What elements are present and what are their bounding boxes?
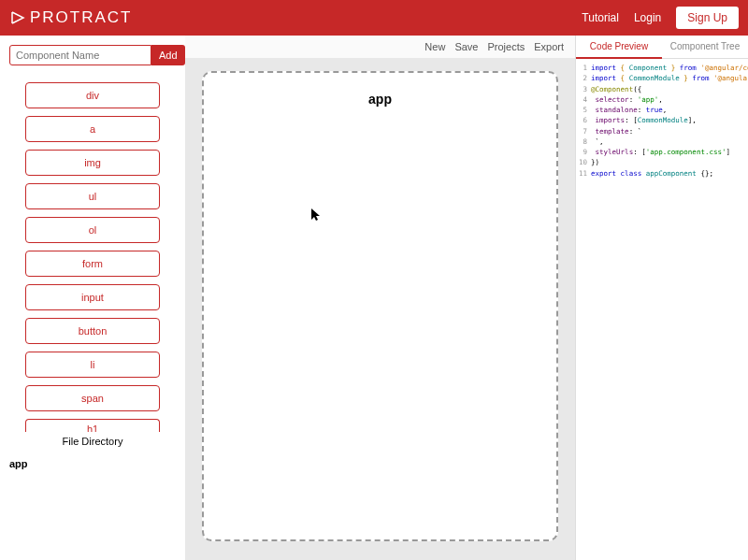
tab-component-tree[interactable]: Component Tree [662,36,748,59]
brand-text: PROTRACT [30,8,133,27]
new-button[interactable]: New [424,41,445,52]
element-a[interactable]: a [25,116,160,142]
element-form[interactable]: form [25,251,160,277]
add-button[interactable]: Add [151,45,185,65]
tab-code-preview[interactable]: Code Preview [576,36,662,59]
add-component-row: Add [9,45,176,65]
signup-button[interactable]: Sign Up [676,7,739,29]
code-preview: 1import { Component } from '@angular/cor… [576,59,748,182]
element-h1[interactable]: h1 [25,419,160,432]
code-line: 7 template: ` [578,126,746,136]
main-layout: Add div a img ul ol form input button li… [0,36,748,560]
right-panel: Code Preview Component Tree 1import { Co… [575,36,748,560]
code-line: 5 standalone: true, [578,105,746,115]
element-button[interactable]: button [25,318,160,344]
design-canvas[interactable]: app [202,71,558,541]
export-button[interactable]: Export [534,41,564,52]
app-header: PROTRACT Tutorial Login Sign Up [0,0,748,36]
canvas-wrapper: app [185,58,575,560]
element-ul[interactable]: ul [25,183,160,209]
element-span[interactable]: span [25,385,160,411]
code-line: 9 styleUrls: ['app.component.css'] [578,147,746,157]
cursor-icon [311,208,321,224]
element-input[interactable]: input [25,284,160,310]
element-ol[interactable]: ol [25,217,160,243]
canvas-toolbar: New Save Projects Export [185,36,575,58]
element-palette: div a img ul ol form input button li spa… [9,82,176,432]
code-line: 4 selector: 'app', [578,94,746,105]
save-button[interactable]: Save [454,41,478,52]
center-panel: New Save Projects Export app [185,36,575,560]
code-line: 11export class appComponent {}; [578,168,746,179]
left-sidebar: Add div a img ul ol form input button li… [0,36,185,560]
tutorial-link[interactable]: Tutorial [582,11,619,24]
code-line: 1import { Component } from '@angular/cor… [578,63,746,73]
element-img[interactable]: img [25,150,160,176]
code-line: 6 imports: [CommonModule], [578,115,746,125]
login-link[interactable]: Login [634,11,661,24]
element-div[interactable]: div [25,82,160,108]
file-directory-root[interactable]: app [9,458,176,469]
right-tabs: Code Preview Component Tree [576,36,748,59]
component-name-input[interactable] [9,45,151,65]
canvas-root-label: app [204,92,556,107]
code-line: 10}) [578,157,746,167]
brand-logo: PROTRACT [9,8,133,27]
file-directory-heading: File Directory [9,436,176,447]
code-line: 2import { CommonModule } from '@angular/… [578,73,746,83]
protract-icon [9,9,26,26]
projects-button[interactable]: Projects [487,41,525,52]
code-line: 8 `, [578,136,746,147]
code-line: 3@Component({ [578,84,746,94]
element-li[interactable]: li [25,352,160,378]
header-nav: Tutorial Login Sign Up [582,7,739,29]
